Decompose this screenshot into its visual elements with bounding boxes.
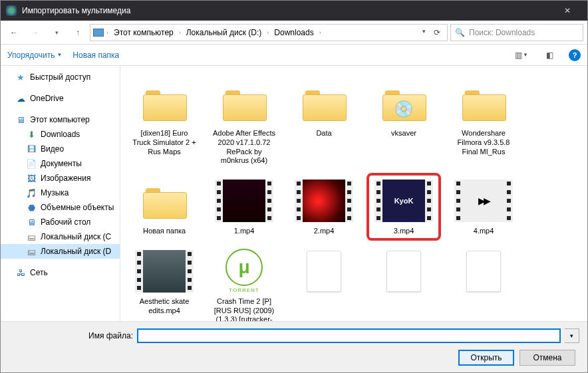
- chevron-icon: ›: [179, 29, 181, 36]
- video-file[interactable]: 4.mp4: [448, 174, 519, 239]
- star-icon: ★: [15, 72, 26, 82]
- dropdown-icon[interactable]: ▾: [420, 28, 428, 37]
- search-icon: 🔍: [455, 28, 465, 37]
- crumb-folder[interactable]: Downloads: [271, 28, 316, 37]
- torrent-file[interactable]: TORRENT Crash Time 2 [P] [RUS RUS] (2009…: [208, 245, 280, 321]
- chevron-icon: ›: [267, 29, 269, 36]
- sidebar-item-network[interactable]: 🖧 Сеть: [1, 265, 120, 280]
- chevron-icon: ›: [106, 29, 108, 36]
- file-open-dialog: Импортировать мультимедиа ✕ ← → ▾ ↑ › Эт…: [0, 0, 588, 373]
- document-icon: 📄: [26, 158, 37, 169]
- help-button[interactable]: ?: [569, 49, 581, 61]
- address-bar[interactable]: › Этот компьютер › Локальный диск (D:) ›…: [90, 24, 448, 41]
- file-item[interactable]: [288, 245, 360, 321]
- drive-icon: 🖴: [26, 246, 37, 257]
- filename-input[interactable]: [137, 328, 561, 343]
- sidebar-item-video[interactable]: 🎞 Видео: [1, 142, 120, 156]
- folder-item[interactable]: 💿 vksaver: [368, 76, 440, 169]
- sidebar-item-local-c[interactable]: 🖴 Локальный диск (C: [1, 229, 120, 244]
- sidebar-item-pictures[interactable]: 🖼 Изображения: [1, 171, 120, 186]
- new-folder-button[interactable]: Новая папка: [73, 51, 119, 60]
- window-title: Импортировать мультимедиа: [22, 6, 553, 15]
- sidebar-item-local-d[interactable]: 🖴 Локальный диск (D: [1, 244, 120, 259]
- refresh-icon[interactable]: ⟳: [430, 28, 444, 37]
- download-icon: ⬇: [26, 129, 37, 140]
- folder-item[interactable]: Wondershare Filmora v9.3.5.8 Final MI_Ru…: [448, 76, 519, 169]
- folder-item[interactable]: Data: [288, 76, 360, 169]
- folder-item[interactable]: Adobe After Effects 2020 v17.1.0.72 RePa…: [208, 76, 280, 169]
- sidebar-item-this-pc[interactable]: 🖥 Этот компьютер: [1, 112, 120, 127]
- sidebar-item-quick-access[interactable]: ★ Быстрый доступ: [1, 70, 120, 84]
- chevron-icon: ›: [319, 29, 321, 36]
- picture-icon: 🖼: [26, 173, 37, 184]
- desktop-icon: 🖥: [26, 217, 37, 227]
- sidebar-item-3d[interactable]: ⬣ Объемные объекты: [1, 200, 120, 215]
- video-file[interactable]: 2.mp4: [288, 174, 360, 239]
- filename-label: Имя файла:: [88, 331, 133, 340]
- app-icon: [6, 5, 17, 16]
- video-icon: 🎞: [26, 144, 37, 154]
- forward-button[interactable]: →: [26, 24, 45, 41]
- sidebar-item-downloads[interactable]: ⬇ Downloads: [1, 127, 120, 142]
- back-button[interactable]: ←: [5, 24, 23, 41]
- crumb-drive[interactable]: Локальный диск (D:): [184, 28, 265, 37]
- cube-icon: ⬣: [26, 202, 37, 213]
- nav-bar: ← → ▾ ↑ › Этот компьютер › Локальный дис…: [1, 21, 587, 45]
- utorrent-icon: [225, 249, 263, 286]
- video-file-selected[interactable]: 3.mp4: [368, 174, 440, 239]
- body: ★ Быстрый доступ ☁ OneDrive 🖥 Этот компь…: [1, 66, 587, 321]
- drive-icon: 🖴: [26, 231, 37, 242]
- view-options-button[interactable]: ▥ ▼: [513, 48, 530, 62]
- sidebar-item-music[interactable]: 🎵 Музыка: [1, 186, 120, 200]
- titlebar: Импортировать мультимедиа ✕: [1, 1, 587, 21]
- chevron-down-icon: ▼: [57, 52, 62, 58]
- close-button[interactable]: ✕: [553, 1, 582, 21]
- search-placeholder: Поиск: Downloads: [469, 28, 535, 37]
- sidebar: ★ Быстрый доступ ☁ OneDrive 🖥 Этот компь…: [1, 66, 120, 321]
- video-file[interactable]: Aesthetic skate edits.mp4: [128, 245, 200, 321]
- organize-button[interactable]: Упорядочить ▼: [7, 51, 62, 60]
- recent-dropdown[interactable]: ▾: [47, 24, 66, 41]
- network-icon: 🖧: [15, 267, 26, 278]
- pc-icon: 🖥: [15, 114, 26, 125]
- up-button[interactable]: ↑: [69, 24, 87, 41]
- sidebar-item-documents[interactable]: 📄 Документы: [1, 156, 120, 171]
- folder-item[interactable]: [dixen18] Euro Truck Simulator 2 + Rus M…: [128, 76, 200, 169]
- crumb-root[interactable]: Этот компьютер: [111, 28, 176, 37]
- file-item[interactable]: [368, 245, 440, 321]
- music-icon: 🎵: [26, 187, 37, 198]
- file-item[interactable]: [448, 245, 519, 321]
- file-list: [dixen18] Euro Truck Simulator 2 + Rus M…: [120, 66, 587, 321]
- cloud-icon: ☁: [15, 93, 26, 104]
- cancel-button[interactable]: Отмена: [519, 350, 575, 366]
- preview-pane-button[interactable]: ◧: [541, 48, 558, 62]
- footer: Имя файла: ▾ Открыть Отмена: [1, 321, 587, 372]
- filename-dropdown[interactable]: ▾: [565, 328, 579, 343]
- sidebar-item-desktop[interactable]: 🖥 Рабочий стол: [1, 215, 120, 229]
- search-input[interactable]: 🔍 Поиск: Downloads: [450, 24, 583, 41]
- sidebar-item-onedrive[interactable]: ☁ OneDrive: [1, 91, 120, 106]
- folder-item[interactable]: Новая папка: [128, 174, 200, 239]
- toolbar: Упорядочить ▼ Новая папка ▥ ▼ ◧ ?: [1, 45, 587, 66]
- pc-icon: [93, 29, 104, 37]
- video-file[interactable]: 1.mp4: [208, 174, 280, 239]
- open-button[interactable]: Открыть: [458, 350, 514, 366]
